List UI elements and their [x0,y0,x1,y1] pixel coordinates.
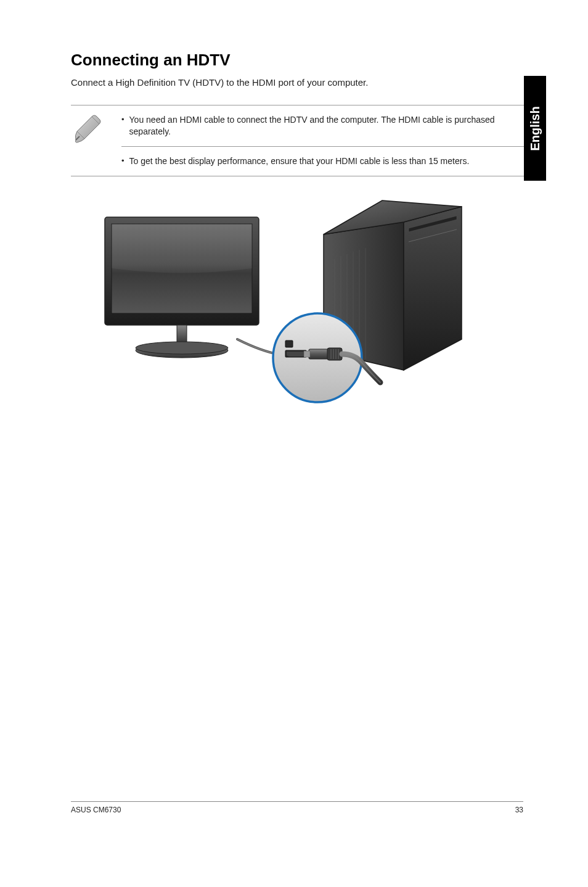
note-block: • You need an HDMI cable to connect the … [71,105,533,176]
svg-rect-14 [285,340,293,347]
svg-rect-16 [304,351,310,357]
note-text: You need an HDMI cable to connect the HD… [129,114,533,138]
intro-paragraph: Connect a High Definition TV (HDTV) to t… [71,77,533,88]
bullet-icon: • [121,155,125,165]
bullet-icon: • [121,114,125,124]
svg-rect-2 [177,325,187,344]
pencil-note-icon [71,105,108,147]
page-heading: Connecting an HDTV [71,51,533,70]
language-tab: English [524,76,546,181]
connection-illustration [71,197,533,413]
footer-page-number: 33 [515,806,523,814]
svg-point-4 [136,342,228,354]
note-text: To get the best display performance, ens… [129,155,470,167]
page-content: Connecting an HDTV Connect a High Defini… [0,0,588,413]
page-footer: ASUS CM6730 33 [71,801,523,814]
language-tab-label: English [528,106,542,151]
note-item: • To get the best display performance, e… [121,147,533,176]
svg-rect-15 [309,349,330,359]
note-content: • You need an HDMI cable to connect the … [121,105,533,176]
note-item: • You need an HDMI cable to connect the … [121,105,533,147]
footer-product-name: ASUS CM6730 [71,806,121,814]
